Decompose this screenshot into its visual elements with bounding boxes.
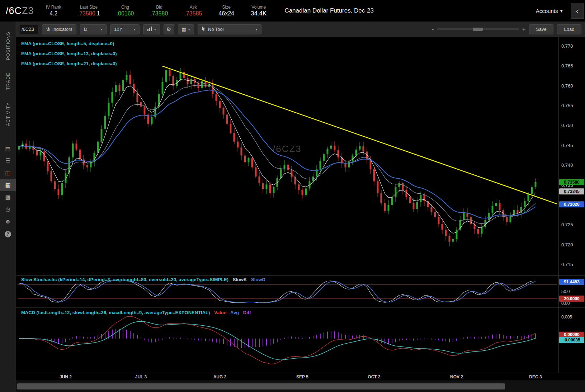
chart-icon[interactable]: ▦ (0, 179, 16, 191)
panels-icon[interactable]: ◫ (0, 167, 16, 179)
svg-text:0.73580: 0.73580 (564, 180, 580, 185)
price-axis-label: 0.755 (561, 103, 573, 108)
ema5-line (19, 79, 536, 233)
range-dropdown[interactable]: 10Y ▾ (110, 24, 140, 34)
field-value: .73585 (184, 10, 202, 17)
price-chart-canvas[interactable]: /6CZ30.7700.7650.7600.7550.7500.7450.740… (16, 37, 585, 381)
horizontal-scrollbar[interactable] (16, 381, 585, 392)
date-axis-label: DEC 3 (529, 374, 542, 379)
gear-icon: ⚙ (166, 26, 171, 33)
price-axis-label: 0.760 (561, 83, 573, 89)
field-volume: Volume 34.4K (251, 5, 266, 17)
price-axis-label: 0.715 (561, 262, 573, 267)
svg-text:0.00090: 0.00090 (564, 332, 580, 337)
zoom-in-icon[interactable]: + (522, 26, 525, 33)
timeframe-value: D (84, 27, 87, 32)
trendline (162, 66, 557, 204)
symbol-input[interactable] (20, 25, 38, 34)
field-ask: Ask .73585 (184, 5, 202, 17)
scrollbar-thumb[interactable] (17, 383, 505, 389)
range-value: 10Y (114, 27, 122, 32)
grid-icon[interactable]: ▩ (0, 191, 16, 203)
price-axis-label: 0.770 (561, 43, 573, 49)
collapse-icon: ‹ (576, 7, 579, 15)
tool-current: No Tool (202, 26, 224, 32)
indicators-button[interactable]: ⚗ Indicators (42, 24, 76, 34)
help-icon[interactable]: ? (0, 228, 16, 240)
field-value: 4.2 (49, 10, 57, 17)
field-chg: Chg .00160 (117, 5, 134, 17)
field-value: 46x24 (218, 10, 234, 17)
date-axis-label: SEP 5 (296, 374, 308, 379)
chart-toolbar: ⚗ Indicators D ▾ 10Y ▾ ▾ (16, 22, 585, 37)
chart-type-dropdown[interactable]: ▾ (143, 24, 160, 34)
date-axis-label: JUL 3 (135, 374, 147, 379)
accounts-label: Accounts (536, 8, 558, 14)
date-axis-label: OCT 2 (368, 374, 381, 379)
date-axis-label: NOV 2 (450, 374, 463, 379)
field-bid: Bid .73580 (150, 5, 168, 17)
stoch-axis-label: 50.0 (561, 289, 570, 294)
field-label: Last Size (80, 5, 98, 10)
sidebar-tab-trade[interactable]: TRADE (5, 72, 11, 90)
sidebar-tab-positions[interactable]: POSITIONS (5, 32, 11, 60)
svg-text:20.0000: 20.0000 (564, 296, 580, 301)
price-axis-label: 0.725 (561, 222, 573, 227)
layout-grid-dropdown[interactable]: ▦ ▾ (178, 24, 194, 34)
field-value: .73580 (150, 10, 168, 17)
accounts-dropdown[interactable]: Accounts ▾ (536, 8, 563, 14)
candles (18, 66, 537, 246)
symbol-logo: /6CZ3 (6, 5, 46, 16)
chevron-down-icon: ▾ (154, 27, 156, 31)
field-label: IV Rank (46, 5, 61, 10)
report-icon[interactable]: ▤ (0, 142, 16, 155)
svg-text:91.4453: 91.4453 (564, 279, 580, 284)
sidebar-icon-stack: ▤ ☰ ◫ ▦ ▩ ◷ ☻ ? (0, 142, 16, 240)
header: /6CZ3 IV Rank 4.2 Last Size .735801 Chg … (0, 0, 585, 22)
chart-settings-button[interactable]: ⚙ (164, 24, 174, 34)
tool-label: No Tool (208, 27, 224, 32)
drawing-tool-dropdown[interactable]: No Tool ▾ (198, 24, 261, 34)
date-axis-label: AUG 2 (213, 374, 227, 379)
field-iv-rank: IV Rank 4.2 (46, 5, 61, 17)
zoom-slider[interactable] (437, 28, 519, 30)
price-axis-label: 0.740 (561, 162, 573, 168)
slowd-line (19, 281, 536, 303)
zoom-slider-thumb[interactable] (473, 28, 483, 31)
field-value: .00160 (117, 10, 134, 17)
field-label: Volume (251, 5, 266, 10)
last-price: .73580 (78, 10, 95, 16)
indicators-label: Indicators (52, 27, 72, 32)
collapse-panel-button[interactable]: ‹ (571, 3, 584, 19)
field-label: Ask (190, 5, 197, 10)
symbol-main: /6C (6, 5, 22, 16)
field-size: Size 46x24 (218, 5, 234, 17)
save-button[interactable]: Save (529, 24, 553, 34)
price-axis-label: 0.765 (561, 63, 573, 69)
users-icon[interactable]: ☻ (0, 216, 16, 228)
last-size-qty: 1 (97, 10, 100, 16)
contract-title: Canadian Dollar Futures, Dec-23 (284, 7, 374, 14)
help-glyph: ? (5, 231, 11, 237)
price-axis-label: 0.720 (561, 242, 573, 247)
cursor-icon (202, 26, 206, 32)
field-value: .735801 (78, 10, 100, 17)
symbol-suffix: Z3 (22, 5, 34, 16)
list-icon[interactable]: ☰ (0, 155, 16, 167)
chart-area: /6CZ30.7700.7650.7600.7550.7500.7450.740… (16, 37, 585, 381)
bar-chart-icon (147, 27, 152, 32)
field-last-size: Last Size .735801 (78, 5, 100, 17)
price-axis-label: 0.745 (561, 143, 573, 148)
date-axis-label: JUN 2 (60, 374, 72, 379)
sidebar-tab-activity[interactable]: ACTIVITY (5, 102, 11, 126)
clock-icon[interactable]: ◷ (0, 203, 16, 216)
left-sidebar: POSITIONS TRADE ACTIVITY ▤ ☰ ◫ ▦ ▩ ◷ ☻ ? (0, 22, 16, 392)
load-button[interactable]: Load (557, 24, 581, 34)
chevron-down-icon: ▾ (101, 27, 103, 31)
macd-histogram (19, 329, 536, 348)
timeframe-dropdown[interactable]: D ▾ (80, 24, 107, 34)
zoom-out-icon[interactable]: - (432, 26, 434, 33)
chevron-down-icon: ▾ (134, 27, 136, 31)
field-label: Chg (121, 5, 129, 10)
watermark: /6CZ3 (273, 143, 302, 154)
